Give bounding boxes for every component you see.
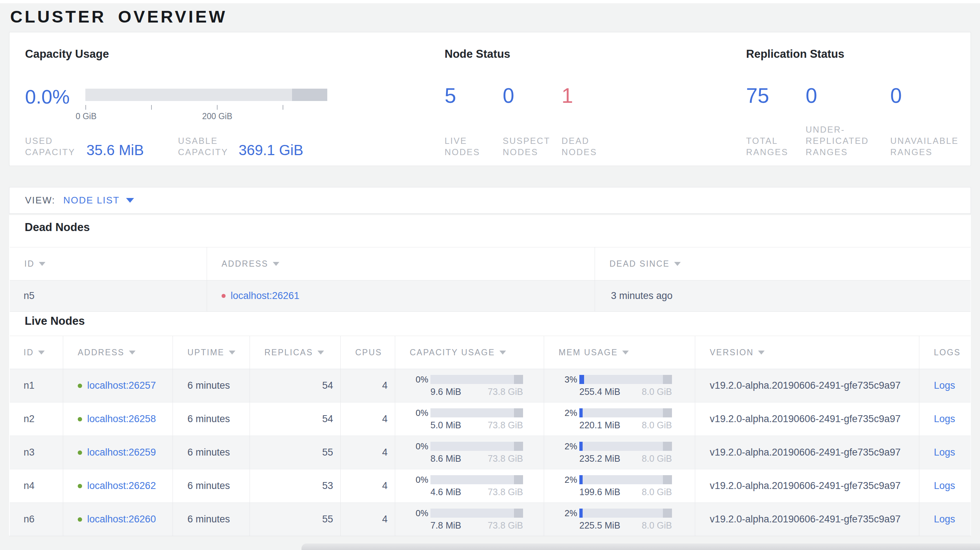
capacity-gauge-other-segment [292, 89, 327, 101]
live-col-id[interactable]: ID [10, 336, 63, 369]
dead-col-address[interactable]: ADDRESS [207, 247, 595, 280]
unavailable-ranges-count: 0 [890, 85, 902, 107]
page-title: CLUSTER OVERVIEW [10, 6, 227, 27]
sort-arrow-icon [39, 262, 45, 266]
node-cpus: 4 [341, 369, 395, 402]
top-strip [0, 0, 980, 3]
live-col-mem[interactable]: MEM USAGE [544, 336, 695, 369]
live-col-address[interactable]: ADDRESS [63, 336, 173, 369]
node-capacity-usage: 0% 7.8 MiB 73.8 GiB [395, 503, 544, 536]
logs-link[interactable]: Logs [934, 447, 955, 458]
capacity-bar [430, 375, 523, 384]
logs-link[interactable]: Logs [934, 480, 955, 491]
mem-used: 225.5 MiB [579, 520, 620, 531]
live-status-dot-icon [78, 384, 82, 388]
node-capacity-usage: 0% 8.6 MiB 73.8 GiB [395, 436, 544, 469]
mem-pct: 2% [544, 475, 577, 484]
node-logs-cell: Logs [920, 503, 970, 536]
dead-node-id: n5 [10, 280, 207, 312]
bottom-shadow [301, 544, 980, 550]
node-address-link[interactable]: localhost:26258 [87, 413, 156, 424]
dead-nodes-heading: Dead Nodes [25, 221, 90, 234]
node-cpus: 4 [341, 469, 395, 502]
node-capacity-usage: 0% 9.6 MiB 73.8 GiB [395, 369, 544, 402]
capacity-percent: 0.0% [25, 85, 70, 108]
live-nodes-heading: Live Nodes [25, 315, 84, 327]
node-version: v19.2.0-alpha.20190606-2491-gfe735c9a97 [695, 503, 920, 536]
dead-node-dead-since: 3 minutes ago [595, 280, 970, 312]
node-address-cell: localhost:26259 [63, 436, 173, 469]
capacity-total: 73.8 GiB [488, 420, 523, 431]
mem-total: 8.0 GiB [642, 386, 672, 397]
node-address-cell: localhost:26257 [63, 369, 173, 402]
node-address-link[interactable]: localhost:26262 [87, 480, 156, 491]
dead-status-dot-icon [221, 294, 226, 298]
gauge-tick-1 [151, 105, 152, 110]
replication-status-heading: Replication Status [746, 48, 844, 60]
capacity-total: 73.8 GiB [488, 487, 523, 498]
suspect-nodes-count: 0 [503, 85, 514, 107]
node-address-link[interactable]: localhost:26260 [87, 513, 156, 525]
live-nodes-label: LIVE NODES [445, 135, 480, 158]
mem-total: 8.0 GiB [642, 420, 672, 431]
live-status-dot-icon [78, 417, 82, 421]
sort-arrow-icon [38, 351, 45, 354]
live-col-uptime[interactable]: UPTIME [173, 336, 250, 369]
capacity-used: 7.8 MiB [430, 520, 461, 531]
node-uptime: 6 minutes [173, 469, 250, 502]
view-selector-dropdown[interactable]: NODE LIST [63, 195, 134, 206]
capacity-total: 73.8 GiB [488, 386, 523, 397]
live-col-version[interactable]: VERSION [695, 336, 920, 369]
live-col-replicas[interactable]: REPLICAS [250, 336, 341, 369]
node-version: v19.2.0-alpha.20190606-2491-gfe735c9a97 [695, 436, 920, 469]
node-uptime: 6 minutes [173, 402, 250, 436]
node-mem-usage: 2% 199.6 MiB 8.0 GiB [544, 469, 695, 502]
live-col-capacity[interactable]: CAPACITY USAGE [395, 336, 544, 369]
node-replicas: 53 [250, 469, 341, 502]
view-label: VIEW: [25, 195, 55, 206]
logs-link[interactable]: Logs [934, 380, 955, 391]
used-capacity-value: 35.6 MiB [86, 142, 144, 158]
capacity-used: 9.6 MiB [430, 386, 461, 397]
logs-link[interactable]: Logs [934, 513, 955, 525]
nodes-section: Dead Nodes ID ADDRESS DEAD SINCE n5 loca… [9, 215, 971, 536]
node-uptime: 6 minutes [173, 369, 250, 402]
dead-col-id[interactable]: ID [10, 247, 207, 280]
mem-bar [579, 375, 672, 384]
node-id: n4 [10, 469, 63, 502]
node-uptime: 6 minutes [173, 436, 250, 469]
node-address-link[interactable]: localhost:26259 [87, 447, 156, 458]
sort-arrow-icon [129, 351, 135, 354]
dead-node-address-link[interactable]: localhost:26261 [231, 290, 299, 302]
capacity-bar [430, 509, 523, 518]
view-bar: VIEW: NODE LIST [9, 187, 971, 214]
node-id: n1 [10, 369, 63, 402]
gauge-tick-3 [283, 105, 283, 110]
live-node-row: n4 localhost:26262 6 minutes 53 4 0% 4.6… [10, 469, 970, 503]
node-address-link[interactable]: localhost:26257 [87, 380, 156, 391]
logs-link[interactable]: Logs [934, 413, 955, 424]
capacity-bar [430, 442, 523, 451]
node-version: v19.2.0-alpha.20190606-2491-gfe735c9a97 [695, 369, 920, 402]
mem-used: 199.6 MiB [579, 487, 620, 498]
mem-bar [579, 409, 672, 417]
sort-arrow-icon [273, 262, 279, 266]
dead-col-dead-since[interactable]: DEAD SINCE [595, 247, 970, 280]
mem-pct: 2% [544, 442, 577, 451]
capacity-pct: 0% [395, 509, 428, 518]
capacity-pct: 0% [395, 442, 428, 451]
node-capacity-usage: 0% 5.0 MiB 73.8 GiB [395, 402, 544, 436]
node-mem-usage: 2% 235.2 MiB 8.0 GiB [544, 436, 695, 469]
capacity-usage-heading: Capacity Usage [25, 48, 109, 60]
node-version: v19.2.0-alpha.20190606-2491-gfe735c9a97 [695, 402, 920, 436]
node-id: n6 [10, 503, 63, 536]
capacity-total: 73.8 GiB [488, 453, 523, 464]
node-capacity-usage: 0% 4.6 MiB 73.8 GiB [395, 469, 544, 502]
live-node-row: n1 localhost:26257 6 minutes 54 4 0% 9.6… [10, 369, 970, 402]
view-selected-value: NODE LIST [63, 195, 119, 206]
mem-total: 8.0 GiB [642, 520, 672, 531]
node-cpus: 4 [341, 436, 395, 469]
node-mem-usage: 2% 225.5 MiB 8.0 GiB [544, 503, 695, 536]
node-logs-cell: Logs [920, 436, 970, 469]
total-ranges-count: 75 [746, 85, 769, 107]
